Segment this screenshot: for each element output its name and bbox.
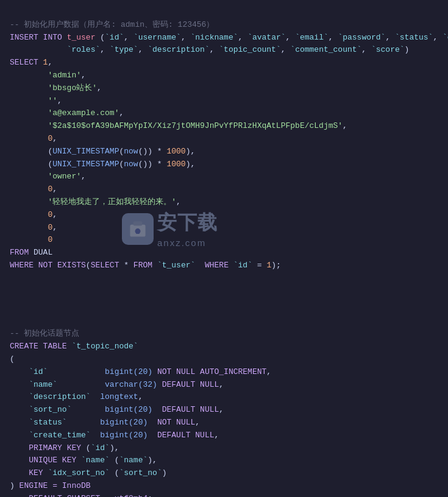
code-section-1: -- 初始化用户数据（用户名: admin、密码: 123456） INSERT…: [0, 0, 448, 291]
field-avatar: `avatar`: [247, 33, 285, 42]
val-zero-c: 0: [10, 210, 52, 219]
num-1000b: 1000: [166, 160, 185, 169]
c-unique: UNIQUE KEY: [29, 456, 76, 465]
code-section-2: -- 初始化话题节点 CREATE TABLE `t_topic_node` (…: [0, 309, 448, 497]
val-zero-a: 0: [10, 134, 52, 143]
col-sort: `sort_no`: [29, 405, 71, 414]
uk-name-col: `name`: [119, 456, 148, 465]
dt-varchar: varchar(32): [105, 380, 157, 389]
col-status: `status`: [29, 418, 66, 427]
field-t-user: `t_user`: [157, 261, 195, 270]
keyword-from: FROM: [10, 248, 34, 257]
c-pk: PRIMARY KEY: [29, 443, 81, 453]
field-score: `score`: [371, 45, 405, 54]
c-default-null-2: DEFAULT NULL: [162, 405, 219, 414]
val-zero-e: 0: [10, 235, 52, 244]
dt-bigint2: bigint(20): [105, 405, 152, 414]
keyword-where: WHERE NOT EXISTS: [10, 261, 86, 270]
keyword-create: CREATE TABLE: [10, 342, 71, 351]
c-not-null-1: NOT NULL AUTO_INCREMENT: [157, 367, 266, 376]
paren-close: ): [10, 481, 20, 490]
pk-id: `id`: [91, 443, 110, 453]
field-nickname: `nickname`: [191, 33, 238, 42]
col-id: `id`: [29, 367, 48, 376]
col-desc: `description`: [29, 392, 90, 401]
charset-utf8: DEFAULT CHARSET = utf8mb4: [29, 494, 148, 497]
spacer-1: [0, 291, 448, 309]
comment-2: -- 初始化话题节点: [10, 329, 79, 338]
table-topic-node: `t_topic_node`: [71, 342, 138, 351]
val-bbsgo: 'bbsgo站长': [10, 83, 97, 93]
field-id: `id`: [105, 33, 124, 42]
field-comment-count: `comment_count`: [290, 45, 361, 54]
idx-sort-col: `sort_no`: [119, 468, 162, 478]
col-name: `name`: [29, 380, 57, 389]
dt-bigint3: bigint(20): [100, 418, 148, 427]
num-1000a: 1000: [166, 147, 185, 156]
keyword-where2: WHERE: [205, 261, 229, 270]
val-zero-d: 0: [10, 223, 52, 232]
val-email: 'a@example.com': [10, 108, 119, 118]
field-type: `type`: [110, 45, 138, 54]
dt-bigint1: bigint(20): [105, 367, 152, 376]
field-status: `status`: [395, 33, 433, 42]
func-now-1: now: [124, 147, 138, 156]
field-email: `email`: [295, 33, 329, 42]
uk-name: `name`: [81, 456, 110, 465]
field-username: `username`: [133, 33, 181, 42]
func-unix-2: UNIX_TIMESTAMP: [52, 160, 119, 169]
plain-1: (: [95, 33, 105, 42]
field-password: `password`: [338, 33, 385, 42]
keyword-from2: FROM: [133, 261, 152, 270]
field-topic-count: `topic_count`: [219, 45, 280, 54]
field-roles: `roles`: [67, 45, 101, 54]
val-admin: 'admin': [10, 71, 81, 80]
val-zero-b: 0: [10, 185, 52, 194]
idx-sort-no: `idx_sort_no`: [48, 468, 109, 478]
dt-bigint4: bigint(20): [100, 431, 148, 440]
val-hash: '$2a$10$ofA39bAFMpYpIX/Xiz7jtOMH9JnPvYfP…: [10, 121, 343, 130]
paren-open: (: [10, 354, 15, 364]
field-description: `description`: [148, 45, 209, 54]
val-empty: '': [10, 96, 57, 105]
engine-innodb: ENGINE = InnoDB: [20, 481, 91, 490]
keyword-select2: SELECT: [91, 261, 119, 270]
func-now-2: now: [124, 160, 138, 169]
c-default-null-3: DEFAULT NULL: [157, 431, 215, 440]
c-key: KEY: [29, 468, 43, 478]
c-default-null-1: DEFAULT NULL: [162, 380, 219, 389]
val-quote: '轻轻地我走了，正如我轻轻的来。': [10, 197, 176, 206]
col-create-time: `create_time`: [29, 431, 90, 440]
keyword-select: SELECT: [10, 58, 43, 67]
from-dual: DUAL: [34, 248, 52, 257]
field-cre: `cre: [443, 33, 448, 42]
keyword-insert: INSERT INTO: [10, 33, 67, 42]
c-not-null-2: NOT NULL: [157, 418, 195, 427]
func-unix-1: UNIX_TIMESTAMP: [52, 147, 119, 156]
dt-longtext: longtext: [100, 392, 138, 401]
field-id2: `id`: [233, 261, 252, 270]
comment-1: -- 初始化用户数据（用户名: admin、密码: 123456）: [10, 20, 214, 29]
val-owner: 'owner': [10, 172, 81, 181]
table-t-user: t_user: [67, 33, 96, 42]
